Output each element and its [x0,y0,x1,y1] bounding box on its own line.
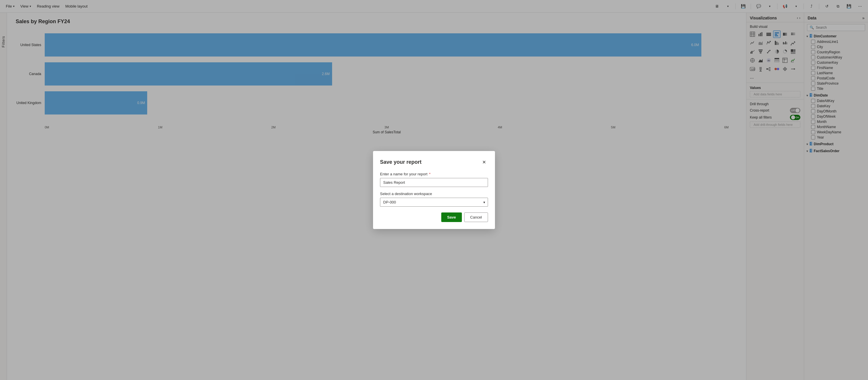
workspace-select-wrap: DP-000 My workspace Shared workspaces ▾ [380,198,488,207]
save-button[interactable]: Save [441,212,462,222]
modal-close-btn[interactable]: ✕ [480,158,488,166]
report-name-input[interactable] [380,178,488,187]
save-report-modal: Save your report ✕ Enter a name for your… [373,151,495,229]
modal-title: Save your report [380,159,422,165]
report-name-label: Enter a name for your report * [380,172,488,176]
cancel-button[interactable]: Cancel [464,212,488,222]
workspace-label: Select a destination workspace [380,192,488,196]
modal-buttons: Save Cancel [380,212,488,222]
modal-overlay: Save your report ✕ Enter a name for your… [0,0,868,380]
workspace-select[interactable]: DP-000 My workspace Shared workspaces [380,198,488,207]
required-indicator: * [429,172,431,176]
modal-header: Save your report ✕ [380,158,488,166]
